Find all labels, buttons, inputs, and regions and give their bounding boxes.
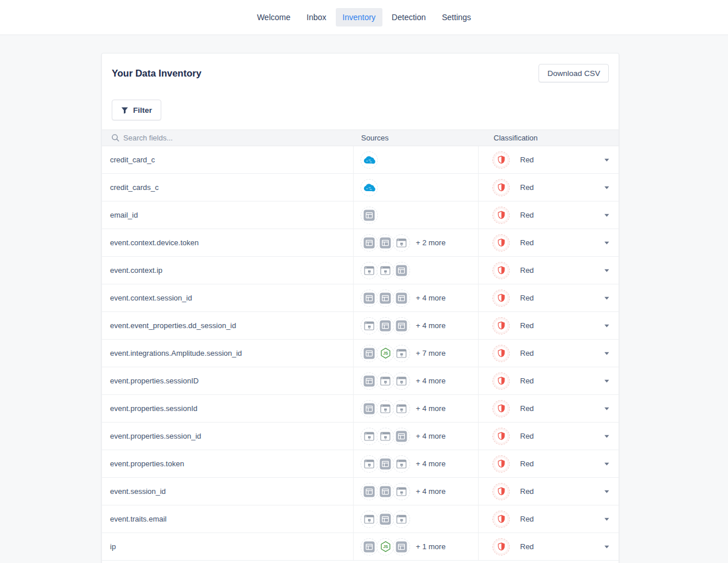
download-csv-button[interactable]: Download CSV [539, 64, 609, 82]
table-row[interactable]: email_id Red [102, 201, 619, 229]
chevron-down-icon [604, 296, 609, 300]
classification-dropdown[interactable]: Red [492, 179, 609, 196]
filter-row: Filter [112, 100, 609, 120]
classification-value: Red [520, 294, 534, 302]
source-icons [361, 151, 377, 169]
chevron-down-icon [604, 158, 609, 162]
svg-text:JS: JS [383, 351, 388, 355]
salesforce-icon [361, 179, 378, 196]
table-row[interactable]: event.traits.email Red [102, 505, 619, 533]
table-body: credit_card_c Red credit_cards_c [102, 146, 619, 561]
classification-cell: Red [478, 533, 619, 560]
sources-cell: + 4 more [353, 284, 478, 311]
classification-cell: Red [478, 340, 619, 367]
classification-value: Red [520, 211, 534, 219]
more-sources-label: + 4 more [416, 404, 446, 413]
app-window-icon [361, 345, 378, 362]
search-input[interactable] [123, 134, 308, 142]
classification-cell: Red [478, 450, 619, 477]
table-row[interactable]: event.properties.sessionId + 4 more Red [102, 395, 619, 423]
app-window-icon [377, 290, 394, 307]
field-name: ip [102, 533, 353, 560]
app-window-icon [393, 290, 410, 307]
browser-window-icon [361, 428, 378, 445]
more-sources-label: + 4 more [416, 487, 446, 496]
table-row[interactable]: credit_card_c Red [102, 146, 619, 174]
classification-cell: Red [478, 284, 619, 311]
field-name: event.traits.email [102, 505, 353, 532]
more-sources-label: + 1 more [416, 542, 446, 551]
shield-icon [492, 511, 510, 528]
app-window-icon [361, 400, 378, 417]
nav-item-welcome[interactable]: Welcome [250, 8, 297, 26]
table-row[interactable]: event.context.device.token + 2 more Red [102, 229, 619, 257]
source-icons [361, 262, 409, 279]
browser-window-icon [361, 262, 378, 279]
classification-dropdown[interactable]: Red [492, 234, 609, 252]
classification-dropdown[interactable]: Red [492, 151, 609, 169]
classification-dropdown[interactable]: Red [492, 511, 609, 528]
table-row[interactable]: event.integrations.Amplitude.session_id … [102, 340, 619, 367]
shield-icon [492, 538, 510, 556]
classification-value: Red [520, 487, 534, 496]
classification-value: Red [520, 183, 534, 192]
table-row[interactable]: event.properties.session_id + 4 more Red [102, 423, 619, 450]
classification-dropdown[interactable]: Red [492, 538, 609, 556]
app-window-icon [377, 455, 394, 473]
more-sources-label: + 4 more [416, 459, 446, 468]
source-icons [361, 372, 409, 390]
nav-item-settings[interactable]: Settings [435, 8, 478, 26]
chevron-down-icon [604, 462, 609, 466]
browser-window-icon [393, 400, 410, 417]
table-row[interactable]: event.session_id + 4 more Red [102, 478, 619, 505]
classification-dropdown[interactable]: Red [492, 207, 609, 224]
table-row[interactable]: event.properties.token + 4 more Red [102, 450, 619, 478]
filter-button[interactable]: Filter [112, 100, 161, 120]
app-window-icon [393, 538, 410, 556]
shield-icon [492, 262, 510, 279]
top-nav: Welcome Inbox Inventory Detection Settin… [0, 0, 728, 35]
table-row[interactable]: credit_cards_c Red [102, 174, 619, 201]
more-sources-label: + 4 more [416, 376, 446, 385]
table-row[interactable]: event.context.session_id + 4 more Red [102, 284, 619, 312]
field-name: event.context.device.token [102, 229, 353, 256]
table-row[interactable]: event.context.ip Red [102, 257, 619, 284]
browser-window-icon [393, 455, 410, 473]
shield-icon [492, 234, 510, 252]
sources-cell: JS + 1 more [353, 533, 478, 560]
field-name: event.context.session_id [102, 284, 353, 311]
classification-dropdown[interactable]: Red [492, 345, 609, 362]
browser-window-icon [393, 372, 410, 390]
classification-dropdown[interactable]: Red [492, 317, 609, 334]
app-window-icon [361, 483, 378, 500]
nav-item-detection[interactable]: Detection [385, 8, 433, 26]
classification-dropdown[interactable]: Red [492, 483, 609, 500]
classification-cell: Red [478, 201, 619, 229]
app-window-icon [361, 290, 378, 307]
shield-icon [492, 345, 510, 362]
classification-dropdown[interactable]: Red [492, 262, 609, 279]
classification-dropdown[interactable]: Red [492, 428, 609, 445]
classification-cell: Red [478, 257, 619, 284]
browser-window-icon [393, 511, 410, 528]
classification-dropdown[interactable]: Red [492, 372, 609, 390]
classification-dropdown[interactable]: Red [492, 290, 609, 307]
table-row[interactable]: ip JS + 1 more Red [102, 533, 619, 561]
classification-value: Red [520, 266, 534, 275]
field-name: event.context.ip [102, 257, 353, 284]
table-row[interactable]: event.event_properties.dd_session_id + 4… [102, 312, 619, 340]
search-cell [102, 134, 353, 142]
nav-item-inventory[interactable]: Inventory [336, 8, 383, 26]
source-icons: JS [361, 538, 409, 556]
table-row[interactable]: event.properties.sessionID + 4 more Red [102, 367, 619, 395]
classification-dropdown[interactable]: Red [492, 400, 609, 417]
sources-cell [353, 146, 478, 173]
classification-value: Red [520, 542, 534, 551]
classification-dropdown[interactable]: Red [492, 455, 609, 473]
search-icon [111, 134, 120, 142]
browser-window-icon [361, 317, 378, 334]
field-name: event.properties.sessionID [102, 367, 353, 394]
nav-item-inbox[interactable]: Inbox [299, 8, 333, 26]
sources-cell: + 4 more [353, 478, 478, 505]
sources-cell: + 4 more [353, 395, 478, 422]
